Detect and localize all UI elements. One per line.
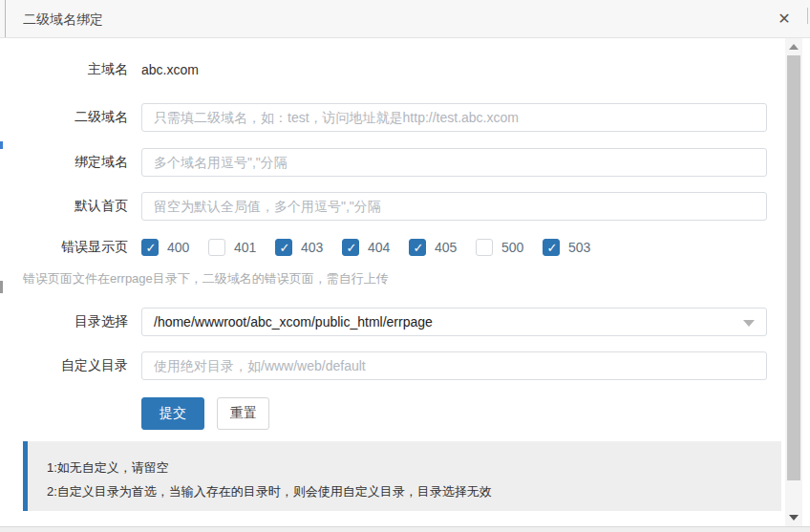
error-page-code-label: 503 <box>568 240 590 255</box>
checkbox-checked-icon[interactable]: ✓ <box>141 239 159 256</box>
sub-domain-row: 二级域名 <box>23 103 767 132</box>
check-icon: ✓ <box>343 240 360 257</box>
check-icon: ✓ <box>276 240 293 257</box>
error-page-option-400[interactable]: ✓400 <box>141 239 208 256</box>
background-fragment <box>0 281 3 293</box>
directory-select[interactable]: /home/wwwroot/abc_xcom/public_html/errpa… <box>141 308 767 336</box>
submit-button[interactable]: 提交 <box>141 397 204 430</box>
checkbox-unchecked-icon[interactable] <box>208 239 225 256</box>
default-index-row: 默认首页 <box>23 192 767 221</box>
checkbox-checked-icon[interactable]: ✓ <box>409 239 426 256</box>
checkbox-checked-icon[interactable]: ✓ <box>342 239 359 256</box>
error-pages-label: 错误显示页 <box>23 239 128 256</box>
directory-select-value: /home/wwwroot/abc_xcom/public_html/errpa… <box>154 314 433 330</box>
error-page-option-401[interactable]: 401 <box>208 239 275 256</box>
custom-directory-input[interactable] <box>141 351 767 380</box>
check-icon: ✓ <box>142 240 160 257</box>
main-domain-row: 主域名 abc.xcom <box>23 55 199 84</box>
background-scrollbar-edge <box>807 8 808 24</box>
default-index-input[interactable] <box>141 192 767 221</box>
dialog-title: 二级域名绑定 <box>23 0 103 38</box>
checkbox-checked-icon[interactable]: ✓ <box>275 239 292 256</box>
notice-box: 1:如无自定义，请留空 2:自定义目录为首选，当输入存在的目录时，则会使用自定义… <box>23 441 781 511</box>
buttons-group: 提交 重置 <box>141 397 269 430</box>
custom-directory-label: 自定义目录 <box>23 357 128 374</box>
checkbox-checked-icon[interactable]: ✓ <box>543 239 560 256</box>
check-icon: ✓ <box>544 240 561 257</box>
error-page-code-label: 401 <box>234 240 256 255</box>
error-page-option-403[interactable]: ✓403 <box>275 239 342 256</box>
bind-domain-row: 绑定域名 <box>23 148 767 177</box>
error-pages-note: 错误页面文件在errpage目录下，二级域名的错误页面，需自行上传 <box>23 270 389 287</box>
default-index-label: 默认首页 <box>23 198 128 215</box>
bind-domain-label: 绑定域名 <box>23 154 128 171</box>
notice-line-1: 1:如无自定义，请留空 <box>47 456 762 479</box>
error-page-option-503[interactable]: ✓503 <box>543 239 609 256</box>
error-pages-row: 错误显示页 ✓400401✓403✓404✓405500✓503 <box>23 234 609 261</box>
directory-select-label: 目录选择 <box>23 313 128 330</box>
background-fragment <box>0 141 3 149</box>
scrollbar[interactable] <box>785 38 802 526</box>
notice-line-2: 2:自定义目录为首选，当输入存在的目录时，则会使用自定义目录，目录选择无效 <box>47 479 762 503</box>
error-pages-group: ✓400401✓403✓404✓405500✓503 <box>141 239 609 256</box>
scrollbar-thumb[interactable] <box>787 55 800 480</box>
scroll-up-icon[interactable] <box>789 44 799 50</box>
error-page-code-label: 403 <box>301 240 323 255</box>
reset-button[interactable]: 重置 <box>217 397 269 430</box>
check-icon: ✓ <box>410 240 427 257</box>
checkbox-unchecked-icon[interactable] <box>476 239 493 256</box>
sub-domain-input[interactable] <box>141 103 767 132</box>
buttons-row: 提交 重置 <box>23 397 269 430</box>
scroll-down-icon[interactable] <box>789 515 799 521</box>
custom-directory-row: 自定义目录 <box>23 351 767 380</box>
page-bottom-edge <box>0 526 810 532</box>
main-domain-value: abc.xcom <box>141 62 199 77</box>
error-page-code-label: 400 <box>167 240 189 255</box>
main-domain-label: 主域名 <box>23 61 128 78</box>
error-page-code-label: 500 <box>501 240 523 255</box>
error-page-option-405[interactable]: ✓405 <box>409 239 476 256</box>
chevron-down-icon <box>743 320 755 327</box>
error-page-code-label: 405 <box>435 240 457 255</box>
error-page-option-404[interactable]: ✓404 <box>342 239 409 256</box>
background-page-edge <box>5 0 6 37</box>
dialog-header: 二级域名绑定 ✕ <box>0 0 810 38</box>
sub-domain-label: 二级域名 <box>23 109 128 126</box>
directory-select-row: 目录选择 /home/wwwroot/abc_xcom/public_html/… <box>23 308 767 336</box>
bind-domain-input[interactable] <box>141 148 767 177</box>
close-icon[interactable]: ✕ <box>774 9 795 30</box>
error-page-code-label: 404 <box>368 240 390 255</box>
error-page-option-500[interactable]: 500 <box>476 239 543 256</box>
